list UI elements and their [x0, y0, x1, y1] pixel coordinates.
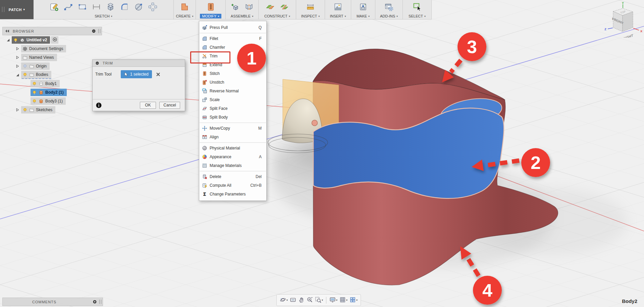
look-at-button[interactable]: [289, 296, 297, 305]
construct-plane-icon: [266, 2, 275, 12]
browser-node-bodies[interactable]: Bodies: [21, 71, 51, 79]
menu-create[interactable]: CREATE▾: [174, 14, 196, 18]
spline-button[interactable]: [62, 1, 75, 14]
pan-button[interactable]: [297, 296, 306, 305]
cancel-button[interactable]: Cancel: [159, 102, 180, 109]
add-comment-icon[interactable]: [93, 300, 97, 304]
activate-component-control[interactable]: [51, 36, 58, 44]
menu-item-delete[interactable]: DeleteDel: [199, 172, 266, 181]
scripts-addins-button[interactable]: [382, 1, 396, 14]
menu-item-unstitch[interactable]: Unstitch: [199, 78, 266, 87]
menu-item-stitch[interactable]: Stitch: [199, 69, 266, 78]
menu-construct[interactable]: CONSTRUCT▾: [262, 14, 292, 18]
construct-midplane-button[interactable]: [278, 1, 291, 14]
browser-node-origin[interactable]: Origin: [21, 62, 50, 70]
expander-closed-icon[interactable]: [15, 64, 20, 69]
modify-stitch-button[interactable]: [204, 1, 217, 14]
menu-item-fillet[interactable]: FilletF: [199, 34, 266, 43]
select-button[interactable]: [411, 1, 424, 14]
panel-drag-grip[interactable]: [98, 29, 100, 33]
selected-body-label: Body2: [607, 298, 637, 304]
extrude-button[interactable]: [104, 1, 117, 14]
patch-create-button[interactable]: [178, 1, 192, 14]
trim-tool-selection-chip[interactable]: 1 selected: [121, 70, 152, 78]
menu-item-move-copy[interactable]: Move/CopyM: [199, 124, 266, 133]
workspace-selector[interactable]: PATCH ▾: [0, 0, 34, 19]
collapse-panel-icon[interactable]: [5, 29, 9, 33]
comments-bar[interactable]: COMMENTS: [2, 298, 103, 306]
browser-node-body1[interactable]: Body1: [31, 80, 60, 87]
expander-closed-icon[interactable]: [15, 107, 20, 112]
menu-item-manage-materials[interactable]: Manage Materials: [199, 161, 266, 170]
expander-open-icon[interactable]: [15, 73, 20, 77]
sketch-dimension-button[interactable]: [90, 1, 103, 14]
sphere-button[interactable]: [132, 1, 146, 14]
menu-make[interactable]: MAKE▾: [354, 14, 372, 18]
menu-insert[interactable]: INSERT▾: [327, 14, 348, 18]
browser-node-untitled-v2[interactable]: Untitled v2: [12, 36, 50, 44]
svg-text:Σ: Σ: [203, 191, 206, 197]
clear-selection-icon[interactable]: [156, 72, 160, 77]
joint-button[interactable]: [243, 1, 256, 14]
menu-item-scale[interactable]: Scale: [199, 95, 266, 104]
browser-node-document-settings[interactable]: Document Settings: [21, 45, 66, 52]
view-cube[interactable]: FRONT RIGHT TOP Y Z X: [602, 2, 644, 38]
new-component-button[interactable]: [228, 1, 242, 14]
toolbar-group-make: MAKE▾: [351, 0, 375, 19]
menu-item-appearance[interactable]: AppearanceA: [199, 152, 266, 161]
viewport-3d[interactable]: [0, 0, 644, 307]
create-sketch-button[interactable]: [48, 1, 61, 14]
browser-node-body3-1[interactable]: Body3 (1): [31, 97, 66, 105]
menu-item-change-parameters[interactable]: ΣChange Parameters: [199, 190, 266, 199]
menu-sketch[interactable]: SKETCH▾: [92, 14, 115, 18]
print-3d-button[interactable]: [357, 1, 370, 14]
display-settings-button[interactable]: ▾: [328, 296, 338, 305]
menu-assemble[interactable]: ASSEMBLE▾: [228, 14, 256, 18]
toolbar-group-label: SKETCH: [95, 14, 110, 18]
trim-dialog-header[interactable]: TRIM: [93, 60, 185, 67]
menu-item-physical-material[interactable]: Physical Material: [199, 144, 266, 152]
measure-button[interactable]: [304, 1, 317, 14]
zoom-button[interactable]: [306, 296, 314, 305]
ok-button[interactable]: OK: [140, 102, 156, 109]
menu-item-compute-all[interactable]: Compute AllCtrl+B: [199, 181, 266, 190]
menu-item-chamfer[interactable]: Chamfer: [199, 43, 266, 52]
menu-item-split-face[interactable]: Split Face: [199, 104, 266, 113]
menu-item-reverse-normal[interactable]: Reverse Normal: [199, 87, 266, 95]
minimize-dialog-icon[interactable]: [95, 61, 99, 65]
minimize-panel-icon[interactable]: [92, 29, 96, 33]
toolbar-grip[interactable]: [2, 7, 4, 12]
grid-settings-icon: [339, 297, 346, 304]
pattern-button[interactable]: [146, 1, 160, 14]
top-toolbar: PATCH ▾ SKETCH▾CREATE▾MODIFY▾ASSEMBLE▾CO…: [0, 0, 432, 19]
application-window: PATCH ▾ SKETCH▾CREATE▾MODIFY▾ASSEMBLE▾CO…: [0, 0, 644, 307]
orbit-button[interactable]: ▾: [279, 296, 289, 305]
selection-point[interactable]: [312, 120, 318, 126]
info-icon[interactable]: [96, 102, 102, 108]
panel-drag-grip[interactable]: [99, 300, 101, 304]
viewports-button[interactable]: ▾: [348, 296, 359, 305]
expander-open-icon[interactable]: [6, 38, 10, 42]
browser-panel-header[interactable]: BROWSER: [2, 27, 102, 35]
browser-node-body2-1[interactable]: Body2 (1): [31, 89, 67, 96]
zoom-window-button[interactable]: ▾: [314, 296, 324, 305]
browser-node-named-views[interactable]: Named Views: [21, 54, 57, 61]
menu-inspect[interactable]: INSPECT▾: [299, 14, 322, 18]
menu-select[interactable]: SELECT▾: [406, 14, 428, 18]
insert-image-button[interactable]: [331, 1, 345, 14]
menu-add-ins[interactable]: ADD-INS▾: [378, 14, 400, 18]
construct-plane-button[interactable]: [264, 1, 277, 14]
rectangle-button[interactable]: [76, 1, 89, 14]
fillet-button[interactable]: [118, 1, 131, 14]
menu-item-press-pull[interactable]: Press PullQ: [199, 23, 266, 32]
browser-node-sketches[interactable]: Sketches: [21, 106, 55, 114]
grid-settings-button[interactable]: ▾: [338, 296, 348, 305]
bulb-on-icon: [22, 107, 28, 113]
menu-item-align[interactable]: Align: [199, 133, 266, 141]
browser-row-bodies: Bodies: [0, 71, 67, 79]
menu-modify[interactable]: MODIFY▾: [200, 14, 222, 18]
expander-closed-icon[interactable]: [15, 55, 20, 60]
menu-item-label: Move/Copy: [210, 126, 230, 131]
expander-closed-icon[interactable]: [15, 46, 20, 51]
menu-item-split-body[interactable]: Split Body: [199, 113, 266, 122]
